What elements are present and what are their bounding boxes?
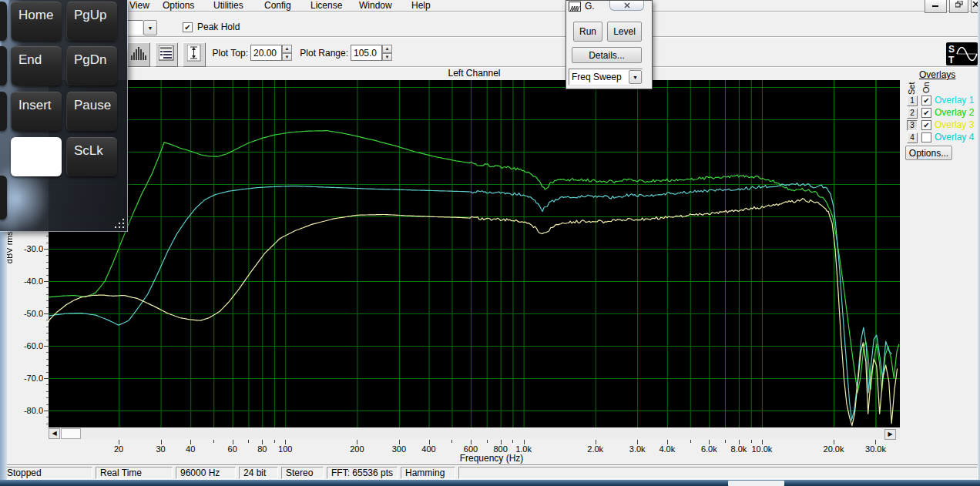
svg-text:S: S (948, 44, 955, 55)
scroll-right-button[interactable]: ▶ (884, 429, 896, 440)
minimize-icon (932, 0, 939, 11)
spin-down-icon[interactable]: ▼ (282, 53, 292, 62)
y-tick (44, 411, 49, 411)
x-tick-label: 100 (278, 444, 292, 454)
y-minor-tick (46, 372, 49, 373)
overlay-set-button-4[interactable]: 4 (907, 132, 918, 143)
y-minor-tick (46, 397, 49, 398)
taskbar-app-button[interactable] (728, 481, 784, 486)
window-frame-left (0, 232, 7, 480)
x-tick-label: 8.0k (731, 444, 747, 454)
y-minor-tick (46, 243, 49, 243)
y-tick (44, 378, 49, 379)
y-minor-tick (46, 424, 49, 424)
onscreen-keypad: HomePgUpEndPgDnInsertPauseScLk (0, 0, 128, 232)
overlay-label-3: Overlay 3 (935, 119, 974, 130)
menu-item-utilities[interactable]: Utilities (213, 0, 243, 11)
keypad-key-partial (0, 2, 7, 41)
overlay-label-2: Overlay 2 (935, 107, 974, 118)
menu-item-config[interactable]: Config (264, 0, 291, 11)
keypad-key-partial (0, 46, 7, 85)
scale-list-icon (159, 45, 174, 64)
h-scrollbar-track[interactable] (49, 428, 900, 439)
status-panel-empty (458, 467, 978, 479)
taskbar (0, 480, 980, 486)
y-minor-tick (46, 340, 49, 340)
app-window: ViewOptionsUtilitiesConfigLicenseWindowH… (0, 0, 980, 486)
status-panel-4: Stereo (281, 467, 324, 479)
menu-item-window[interactable]: Window (359, 0, 392, 11)
y-minor-tick (46, 300, 49, 301)
keypad-resize-grip[interactable] (115, 219, 126, 230)
h-scrollbar-thumb[interactable] (61, 428, 81, 439)
y-minor-tick (46, 352, 49, 353)
overlay-on-checkbox-2[interactable]: ✔ (921, 108, 931, 118)
x-tick-label: 3.0k (629, 444, 646, 454)
spin-up-icon[interactable]: ▲ (282, 45, 292, 53)
status-panel-6: Hamming (401, 467, 455, 479)
sweep-mode-arrow[interactable]: ▼ (629, 70, 642, 84)
overlay-set-button-1[interactable]: 1 (907, 96, 918, 106)
x-tick (248, 440, 249, 443)
keypad-key-end[interactable]: End (11, 46, 62, 85)
spin-up-icon[interactable]: ▲ (382, 45, 392, 53)
y-minor-tick (46, 262, 49, 263)
status-panel-0: Stopped (2, 467, 92, 479)
overlays-col-on: On (921, 82, 931, 93)
menu-item-help[interactable]: Help (411, 0, 431, 11)
close-icon (624, 2, 630, 8)
plot-top-spinner[interactable]: ▲ ▼ (282, 45, 292, 61)
dialog-close-button[interactable] (609, 1, 644, 11)
restore-button[interactable] (949, 0, 968, 13)
overlay-set-button-3[interactable]: 3 (907, 120, 918, 131)
fit-vertical-button[interactable] (183, 42, 206, 67)
spin-down-icon[interactable]: ▼ (382, 53, 392, 62)
details-button[interactable]: Details... (572, 47, 642, 63)
keypad-key-pgup[interactable]: PgUp (66, 2, 117, 41)
plot-range-input[interactable] (351, 45, 382, 61)
preset-combobox-arrow[interactable]: ▼ (143, 20, 157, 35)
x-tick-label: 4.0k (659, 444, 675, 454)
x-tick-label: 60 (228, 444, 237, 454)
x-tick-label: 20.0k (824, 444, 844, 454)
overlay-on-checkbox-3[interactable]: ✔ (921, 120, 931, 130)
menu-item-options[interactable]: Options (163, 0, 194, 11)
y-minor-tick (46, 287, 49, 288)
plot-top-input[interactable] (250, 45, 282, 61)
scroll-left-button[interactable]: ◀ (49, 428, 60, 439)
y-minor-tick (46, 268, 49, 269)
x-tick-label: 10.0k (751, 444, 772, 454)
keypad-key-pgdn[interactable]: PgDn (66, 46, 117, 85)
peak-hold-checkbox[interactable]: ✔ (183, 22, 193, 32)
overlay-on-checkbox-1[interactable]: ✔ (921, 96, 931, 106)
menu-item-view[interactable]: View (129, 0, 149, 11)
overlays-col-set: Set (907, 82, 916, 95)
level-button[interactable]: Level (607, 22, 642, 42)
keypad-key-blank[interactable] (11, 137, 62, 176)
overlay-on-checkbox-4[interactable] (921, 132, 931, 142)
run-button[interactable]: Run (573, 22, 602, 42)
check-icon: ✔ (923, 121, 929, 129)
keypad-key-insert[interactable]: Insert (11, 92, 62, 131)
scale-list-button[interactable] (155, 42, 178, 67)
y-tick-label: -30.0 (8, 244, 43, 253)
overlays-options-button[interactable]: Options... (905, 146, 952, 160)
x-tick (751, 440, 752, 443)
overlay-set-button-2[interactable]: 2 (907, 108, 918, 119)
y-tick-label: -70.0 (8, 374, 43, 383)
x-tick-label: 300 (392, 444, 406, 454)
y-minor-tick (46, 236, 49, 236)
sine-wave-icon: S T (946, 42, 978, 65)
arrow-left-icon: ◀ (52, 430, 56, 437)
status-panel-2: 96000 Hz (176, 467, 236, 479)
keypad-key-home[interactable]: Home (11, 2, 62, 41)
menu-item-license[interactable]: License (310, 0, 342, 11)
status-panel-3: 24 bit (239, 467, 278, 479)
keypad-key-sclk[interactable]: ScLk (66, 137, 117, 176)
peak-hold-label: Peak Hold (197, 22, 240, 32)
spectrum-bars-button[interactable] (127, 42, 150, 67)
keypad-key-pause[interactable]: Pause (66, 92, 117, 131)
sweep-mode-combobox[interactable]: Freq Sweep ▼ (569, 69, 643, 85)
plot-range-spinner[interactable]: ▲ ▼ (382, 45, 392, 61)
minimize-button[interactable] (925, 0, 947, 13)
